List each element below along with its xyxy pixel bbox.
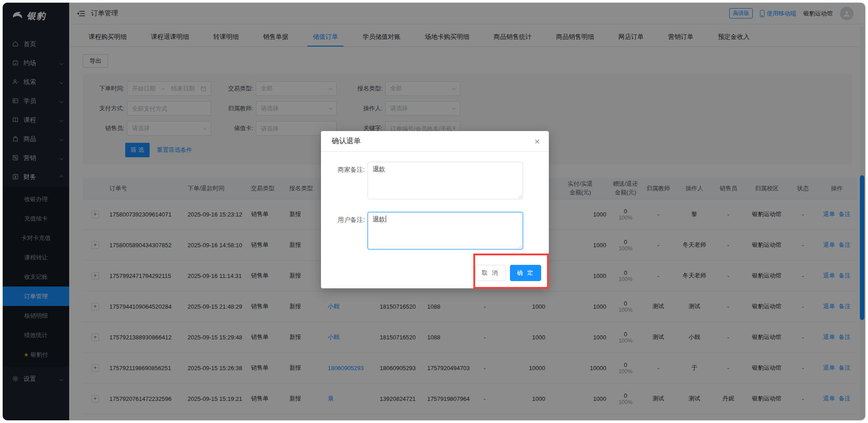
text-caret: [386, 216, 386, 222]
cancel-button[interactable]: 取 消: [475, 265, 506, 281]
confirm-button[interactable]: 确 定: [510, 265, 541, 281]
merchant-note-textarea[interactable]: 退款: [368, 162, 523, 199]
close-icon[interactable]: ×: [534, 137, 540, 146]
resize-handle-icon[interactable]: [518, 194, 522, 198]
resize-handle-icon[interactable]: [518, 244, 522, 248]
user-note-label: 用户备注:: [321, 212, 365, 249]
modal-title: 确认退单: [332, 136, 361, 146]
merchant-note-label: 商家备注:: [321, 162, 365, 199]
user-note-value: 退款: [373, 216, 385, 223]
user-note-textarea[interactable]: 退款: [368, 212, 523, 249]
merchant-note-value: 退款: [373, 165, 385, 173]
confirm-refund-modal: 确认退单 × 商家备注: 退款 用户备注: 退款 取 消 确 定: [321, 131, 549, 288]
